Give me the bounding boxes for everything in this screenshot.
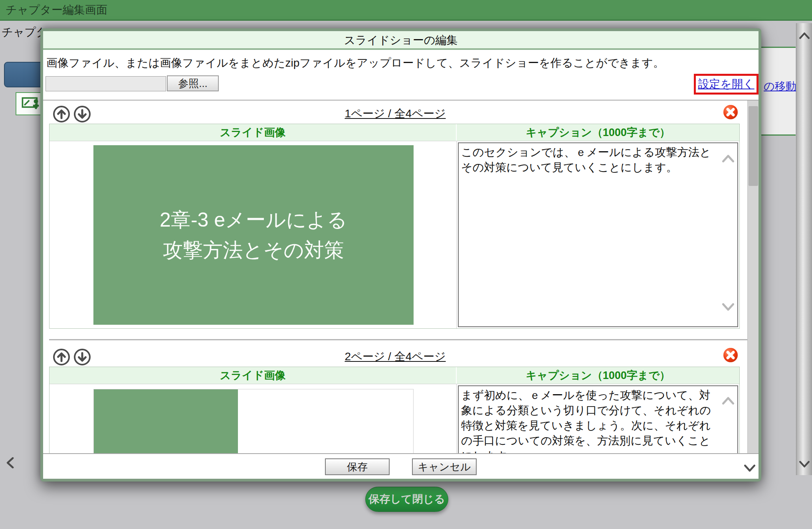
slide1-caption-textarea[interactable]: このセクションでは、ｅメールによる攻撃方法とその対策について見ていくことにします… [458, 142, 738, 327]
column-header-caption: キャプション（1000字まで） [457, 367, 739, 384]
dialog-button-bar: 保存 キャンセル [43, 455, 759, 479]
delete-slide-icon[interactable] [723, 347, 738, 363]
open-settings-link[interactable]: 設定を開く [698, 77, 754, 92]
slide1-image: 2章-3 eメールによる 攻撃方法とその対策 [93, 145, 414, 325]
slide1-page-label: 1ページ / 全4ページ [43, 106, 747, 121]
slide1-controls: 1ページ / 全4ページ [43, 103, 747, 124]
slide2-caption-cell: まず初めに、ｅメールを使った攻撃について、対象による分類という切り口で分けて、そ… [457, 384, 739, 454]
column-header-image: スライド画像 [50, 367, 457, 384]
window-title: チャプター編集画面 [6, 4, 107, 16]
cancel-button[interactable]: キャンセル [412, 458, 477, 475]
caption-scroll-up-icon[interactable] [722, 154, 734, 162]
slide1-caption-cell: このセクションでは、ｅメールによる攻撃方法とその対策について見ていくことにします… [457, 141, 739, 328]
slide1-image-title-line2: 攻撃方法とその対策 [163, 237, 344, 263]
scroll-up-icon[interactable] [799, 32, 810, 39]
presenter-icon [22, 97, 41, 111]
dialog-title: スライドショーの編集 [344, 34, 458, 46]
window-title-bar: チャプター編集画面 [0, 0, 812, 21]
column-header-caption: キャプション（1000字まで） [457, 124, 739, 141]
browse-button[interactable]: 参照... [167, 75, 219, 91]
delete-slide-icon[interactable] [723, 105, 738, 120]
slide-block-divider [49, 339, 747, 340]
settings-link-highlight: 設定を開く [694, 74, 759, 95]
slide2-image-cell [50, 384, 457, 454]
slide2-table-header: スライド画像 キャプション（1000字まで） [50, 367, 739, 384]
slide2-image [93, 389, 414, 454]
slide2-caption-text: まず初めに、ｅメールを使った攻撃について、対象による分類という切り口で分けて、そ… [461, 388, 720, 454]
save-button[interactable]: 保存 [325, 458, 390, 475]
slide2-caption-textarea[interactable]: まず初めに、ｅメールを使った攻撃について、対象による分類という切り口で分けて、そ… [458, 385, 738, 454]
save-and-close-button[interactable]: 保存して閉じる [365, 487, 448, 512]
slideshow-edit-dialog: スライドショーの編集 画像ファイル、または画像ファイルをまとめたzipファイルを… [40, 28, 761, 482]
slide1-row: 2章-3 eメールによる 攻撃方法とその対策 このセクションでは、ｅメールによる… [50, 141, 739, 328]
slide2-table: スライド画像 キャプション（1000字まで） まず初めに、ｅメールを使った攻撃に… [49, 367, 740, 454]
slide2-image-green-block [94, 389, 238, 454]
column-header-image: スライド画像 [50, 124, 457, 141]
scroll-down-icon[interactable] [799, 461, 810, 468]
slide1-caption-text: このセクションでは、ｅメールによる攻撃方法とその対策について見ていくことにします… [461, 145, 720, 175]
background-divider-bottom [761, 134, 796, 136]
slide2-controls: 2ページ / 全4ページ [43, 346, 747, 367]
slide1-table: スライド画像 キャプション（1000字まで） 2章-3 eメールによる 攻撃方法… [49, 124, 740, 329]
background-divider-top [761, 47, 796, 48]
dialog-scrollbar[interactable] [747, 101, 759, 453]
dialog-title-bar: スライドショーの編集 [43, 31, 759, 50]
file-upload-row: 参照... 設定を開く [43, 73, 759, 98]
slides-scroll-region: 1ページ / 全4ページ スライド画像 キャプション（1000字まで） [43, 100, 759, 454]
page-scrollbar[interactable] [796, 23, 812, 475]
slide2-page-label: 2ページ / 全4ページ [43, 349, 747, 364]
dialog-scroll-down-icon[interactable] [744, 464, 755, 472]
caption-scroll-up-icon[interactable] [722, 397, 734, 405]
scroll-left-icon[interactable] [6, 457, 14, 468]
caption-scroll-down-icon[interactable] [722, 303, 734, 311]
chapter-edit-screen: チャプター編集画面 チャプタ の移動 保存して閉じる スライドショーの編集 [0, 0, 812, 529]
dialog-scrollbar-thumb[interactable] [749, 106, 758, 186]
slide1-image-title-line1: 2章-3 eメールによる [160, 207, 347, 233]
file-path-input[interactable] [46, 76, 166, 91]
slide2-row: まず初めに、ｅメールを使った攻撃について、対象による分類という切り口で分けて、そ… [50, 384, 739, 454]
slide1-table-header: スライド画像 キャプション（1000字まで） [50, 124, 739, 141]
slide1-image-cell: 2章-3 eメールによる 攻撃方法とその対策 [50, 141, 457, 328]
move-link-partial[interactable]: の移動 [764, 79, 796, 93]
dialog-description: 画像ファイル、または画像ファイルをまとめたzipファイルをアップロードして、スラ… [43, 50, 759, 73]
